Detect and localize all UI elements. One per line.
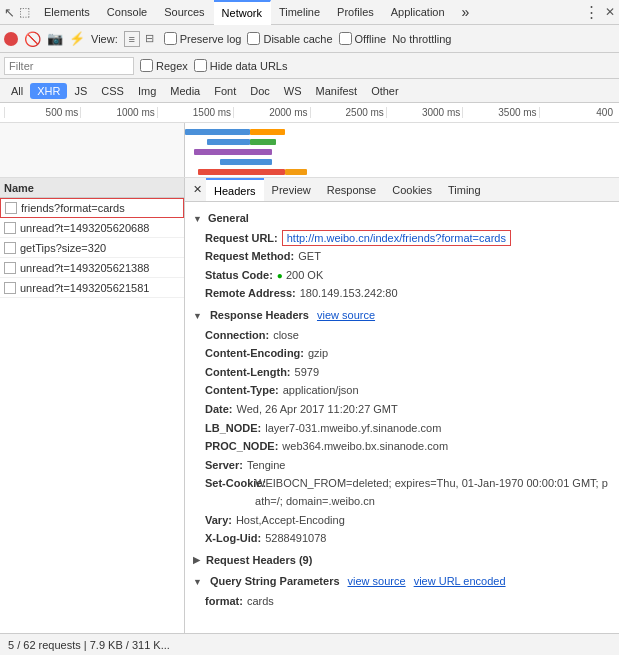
type-tab-font[interactable]: Font: [207, 83, 243, 99]
tab-more[interactable]: »: [454, 0, 479, 25]
status-code-row: Status Code: ● 200 OK: [193, 267, 611, 285]
query-string-triangle: ▼: [193, 575, 202, 589]
resp-key-length: Content-Length:: [205, 364, 291, 382]
request-url-key: Request URL:: [205, 230, 278, 248]
resp-key-connection: Connection:: [205, 327, 269, 345]
query-val-format: cards: [247, 593, 274, 611]
tab-sources[interactable]: Sources: [156, 0, 213, 25]
request-headers-label: Request Headers (9): [206, 552, 312, 570]
tick-500: 500 ms: [4, 107, 80, 118]
tab-elements[interactable]: Elements: [36, 0, 99, 25]
detail-tab-preview[interactable]: Preview: [264, 178, 319, 201]
resp-header-length: Content-Length: 5979: [193, 364, 611, 382]
type-tab-manifest[interactable]: Manifest: [309, 83, 365, 99]
detail-tab-response[interactable]: Response: [319, 178, 385, 201]
type-tab-img[interactable]: Img: [131, 83, 163, 99]
type-tab-css[interactable]: CSS: [94, 83, 131, 99]
resp-header-server: Server: Tengine: [193, 457, 611, 475]
tick-1000: 1000 ms: [80, 107, 156, 118]
list-view-icon[interactable]: ≡: [124, 31, 140, 47]
response-headers-header[interactable]: ▼ Response Headers view source: [193, 307, 611, 325]
inspect-icon[interactable]: ⬚: [19, 5, 30, 19]
type-tab-all[interactable]: All: [4, 83, 30, 99]
hide-data-urls-label[interactable]: Hide data URLs: [194, 59, 288, 72]
query-string-view-source[interactable]: view source: [348, 573, 406, 591]
query-string-header[interactable]: ▼ Query String Parameters view source vi…: [193, 573, 611, 591]
req-checkbox-0[interactable]: [5, 202, 17, 214]
status-text: 200 OK: [286, 269, 323, 281]
tab-profiles[interactable]: Profiles: [329, 0, 383, 25]
filter-icon[interactable]: ⚡: [69, 31, 85, 46]
response-headers-label: Response Headers: [210, 307, 309, 325]
req-name-2: getTips?size=320: [20, 242, 106, 254]
type-tab-doc[interactable]: Doc: [243, 83, 277, 99]
request-headers-header[interactable]: ▶ Request Headers (9): [193, 552, 611, 570]
general-section-header[interactable]: ▼ General: [193, 210, 611, 228]
req-name-3: unread?t=1493205621388: [20, 262, 149, 274]
resp-val-connection: close: [273, 327, 299, 345]
detail-tab-headers[interactable]: Headers: [206, 178, 264, 201]
request-item-0[interactable]: friends?format=cards: [0, 198, 184, 218]
req-checkbox-4[interactable]: [4, 282, 16, 294]
request-item-4[interactable]: unread?t=1493205621581: [0, 278, 184, 298]
detail-tab-cookies[interactable]: Cookies: [384, 178, 440, 201]
camera-icon[interactable]: 📷: [47, 31, 63, 46]
query-string-view-url-encoded[interactable]: view URL encoded: [414, 573, 506, 591]
resp-val-encoding: gzip: [308, 345, 328, 363]
close-icon[interactable]: ✕: [605, 5, 615, 19]
status-text: 5 / 62 requests | 7.9 KB / 311 K...: [8, 639, 170, 651]
req-checkbox-3[interactable]: [4, 262, 16, 274]
response-headers-view-source[interactable]: view source: [317, 307, 375, 325]
disable-cache-checkbox[interactable]: [247, 32, 260, 45]
view-label: View:: [91, 33, 118, 45]
tick-1500: 1500 ms: [157, 107, 233, 118]
type-tab-media[interactable]: Media: [163, 83, 207, 99]
filter-input[interactable]: [4, 57, 134, 75]
type-filter-bar: All XHR JS CSS Img Media Font Doc WS Man…: [0, 79, 619, 103]
hide-data-urls-checkbox[interactable]: [194, 59, 207, 72]
resp-key-encoding: Content-Encoding:: [205, 345, 304, 363]
offline-checkbox[interactable]: [339, 32, 352, 45]
type-tab-ws[interactable]: WS: [277, 83, 309, 99]
type-tab-xhr[interactable]: XHR: [30, 83, 67, 99]
request-item-2[interactable]: getTips?size=320: [0, 238, 184, 258]
detail-tab-timing[interactable]: Timing: [440, 178, 489, 201]
detail-tab-close[interactable]: ✕: [189, 178, 206, 201]
resp-val-setcookie: WEIBOCN_FROM=deleted; expires=Thu, 01-Ja…: [255, 475, 611, 510]
request-item-3[interactable]: unread?t=1493205621388: [0, 258, 184, 278]
response-headers-section: ▼ Response Headers view source Connectio…: [193, 307, 611, 548]
clear-button[interactable]: 🚫: [24, 31, 41, 47]
resp-key-date: Date:: [205, 401, 233, 419]
request-method-key: Request Method:: [205, 248, 294, 266]
preserve-log-label[interactable]: Preserve log: [164, 32, 242, 45]
req-checkbox-2[interactable]: [4, 242, 16, 254]
tab-application[interactable]: Application: [383, 0, 454, 25]
type-tab-js[interactable]: JS: [67, 83, 94, 99]
resp-key-type: Content-Type:: [205, 382, 279, 400]
resp-val-date: Wed, 26 Apr 2017 11:20:27 GMT: [237, 401, 398, 419]
request-url-link[interactable]: http://m.weibo.cn/index/friends?format=c…: [282, 230, 511, 246]
more-icon[interactable]: ⋮: [584, 3, 599, 21]
offline-label[interactable]: Offline: [339, 32, 387, 45]
tab-console[interactable]: Console: [99, 0, 156, 25]
regex-label[interactable]: Regex: [140, 59, 188, 72]
record-button[interactable]: [4, 32, 18, 46]
filter-bar: Regex Hide data URLs: [0, 53, 619, 79]
disable-cache-label[interactable]: Disable cache: [247, 32, 332, 45]
request-item-1[interactable]: unread?t=1493205620688: [0, 218, 184, 238]
resp-key-vary: Vary:: [205, 512, 232, 530]
regex-checkbox[interactable]: [140, 59, 153, 72]
request-headers-triangle: ▶: [193, 553, 200, 567]
req-checkbox-1[interactable]: [4, 222, 16, 234]
throttling-dropdown[interactable]: No throttling: [392, 33, 451, 45]
status-code-key: Status Code:: [205, 267, 273, 285]
resp-val-server: Tengine: [247, 457, 286, 475]
type-tab-other[interactable]: Other: [364, 83, 406, 99]
tab-timeline[interactable]: Timeline: [271, 0, 329, 25]
tab-network[interactable]: Network: [214, 0, 271, 25]
large-view-icon[interactable]: ⊟: [142, 31, 158, 47]
request-list-header: Name: [0, 178, 184, 198]
request-method-row: Request Method: GET: [193, 248, 611, 266]
preserve-log-checkbox[interactable]: [164, 32, 177, 45]
resp-header-connection: Connection: close: [193, 327, 611, 345]
